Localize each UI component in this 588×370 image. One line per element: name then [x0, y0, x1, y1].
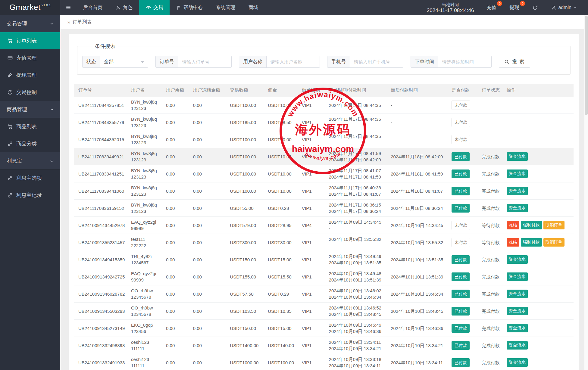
- cell-order-status: 等待付款: [479, 234, 504, 251]
- cell-amount: USDT155.00: [227, 268, 265, 285]
- cell-last-pay-time: 2024年10月16日 14:34:45: [388, 217, 449, 234]
- refresh-button[interactable]: [526, 0, 545, 15]
- scrollbar[interactable]: [584, 15, 588, 370]
- cell-balance: 0.00: [163, 234, 190, 251]
- nav-item-trade[interactable]: 交易: [139, 0, 170, 15]
- recharge-count-badge: 0: [497, 1, 502, 6]
- nav-item-system[interactable]: 系统管理: [209, 0, 242, 15]
- cell-username: BYN_kw8j8q123123: [128, 97, 163, 114]
- order-no-filter-label: 订单号: [156, 56, 178, 67]
- cell-order-no: UB2410091345503293: [74, 303, 128, 320]
- nav-item-withdraw[interactable]: 提现 0: [503, 0, 526, 15]
- sidebar-item-interest-options[interactable]: 利息宝选项: [0, 169, 60, 187]
- funds-flow-button[interactable]: 资金流水: [507, 169, 528, 178]
- sidebar-group-goods[interactable]: 商品管理: [0, 101, 60, 118]
- funds-flow-button[interactable]: 资金流水: [507, 341, 528, 350]
- chevron-down-icon: [50, 159, 54, 163]
- admin-menu[interactable]: admin: [545, 0, 584, 15]
- funds-flow-button[interactable]: 资金流水: [507, 255, 528, 264]
- cell-actions: 资金流水: [504, 268, 574, 285]
- sidebar-group-trade[interactable]: 交易管理: [0, 15, 60, 32]
- cancel-order-button[interactable]: 取消订单: [543, 221, 565, 229]
- top-navbar: Gmarket 21.0.1 后台首页 角色 交易: [0, 0, 588, 15]
- funds-flow-button[interactable]: 资金流水: [507, 324, 528, 332]
- cell-username: BYN_kw8j8q123123: [128, 148, 163, 165]
- funds-flow-button[interactable]: 资金流水: [507, 272, 528, 281]
- cell-amount: USDT55.00: [227, 200, 265, 217]
- sidebar-item-label: 利息宝选项: [16, 175, 42, 182]
- funds-flow-button[interactable]: 资金流水: [507, 152, 528, 161]
- nav-item-label: 帮助中心: [183, 5, 203, 11]
- cell-order-no: UB2410091434452978: [74, 217, 128, 234]
- cell-frozen: 0.00: [190, 200, 227, 217]
- scrollbar-thumb[interactable]: [585, 16, 588, 115]
- cell-order-time: 2024年11月17日 08:41:072024年11月17日 08:41:59: [326, 165, 388, 182]
- table-row: UB2410091332491933ceshi1231111110.000.00…: [74, 354, 574, 370]
- order-time-input[interactable]: [438, 56, 491, 67]
- withdraw-count-badge: 0: [520, 1, 525, 6]
- sidebar-item-withdraw-mgmt[interactable]: 提现管理: [0, 67, 60, 84]
- freeze-button[interactable]: 冻结: [507, 238, 519, 247]
- sidebar-item-goods-list[interactable]: 商品列表: [0, 118, 60, 135]
- cell-order-status: 完成付款: [479, 200, 504, 217]
- cell-order-status: 完成付款: [479, 303, 504, 320]
- content-area: 条件搜索 状态 全部 订单号 用户名称: [60, 29, 588, 370]
- sidebar-toggle-button[interactable]: [60, 0, 77, 15]
- cart-icon: [7, 38, 13, 44]
- sidebar-item-goods-category[interactable]: 商品分类: [0, 135, 60, 152]
- orders-card: 条件搜索 状态 全部 订单号 用户名称: [69, 34, 579, 370]
- cell-actions: 冻结强制付款取消订单: [504, 217, 574, 234]
- sidebar-item-recharge-mgmt[interactable]: 充值管理: [0, 49, 60, 67]
- nav-item-home[interactable]: 后台首页: [77, 0, 109, 15]
- cell-order-status: [479, 97, 504, 114]
- cell-commission: USDT18.50: [265, 114, 299, 131]
- force-pay-button[interactable]: 强制付款: [521, 221, 542, 229]
- table-row: UB2411170839449921BYN_kw8j8q1231230.000.…: [74, 148, 574, 165]
- cell-order-status: 完成付款: [479, 268, 504, 285]
- breadcrumb: » 订单列表: [60, 15, 588, 29]
- cell-pay-status: 已付款: [449, 337, 478, 354]
- status-select-value: 全部: [104, 59, 114, 65]
- table-row: UB2410091434452978EAQ_qyz2gi999990.000.0…: [74, 217, 574, 234]
- status-filter: 状态 全部: [82, 56, 148, 68]
- funds-flow-button[interactable]: 资金流水: [507, 307, 528, 315]
- cell-last-pay-time: 2024年11月18日 08:41:07: [388, 182, 449, 200]
- username-input[interactable]: [267, 56, 320, 67]
- search-button[interactable]: 搜 索: [499, 56, 530, 68]
- scales-icon: [146, 5, 151, 10]
- cell-commission: USDT30.00: [265, 234, 299, 251]
- cell-commission: USDT10.00: [265, 182, 299, 200]
- cell-order-time: 2024年11月17日 08:44:35-: [326, 114, 388, 131]
- force-pay-button[interactable]: 强制付款: [521, 238, 542, 247]
- order-no-input[interactable]: [178, 56, 231, 67]
- funds-flow-button[interactable]: 资金流水: [507, 204, 528, 212]
- cell-level: VIP4: [299, 217, 326, 234]
- pay-status-badge: 已付款: [452, 290, 470, 298]
- funds-flow-button[interactable]: 资金流水: [507, 358, 528, 367]
- sidebar-item-trade-control[interactable]: 交易控制: [0, 84, 60, 101]
- freeze-button[interactable]: 冻结: [507, 221, 519, 229]
- status-select[interactable]: 全部: [100, 56, 148, 67]
- pay-status-badge: 已付款: [452, 341, 470, 350]
- nav-item-roles[interactable]: 角色: [109, 0, 139, 15]
- sidebar-group-label: 交易管理: [7, 20, 27, 27]
- nav-item-help[interactable]: 帮助中心: [170, 0, 209, 15]
- funds-flow-button[interactable]: 资金流水: [507, 290, 528, 298]
- cell-actions: 资金流水: [504, 148, 574, 165]
- app-logo: Gmarket 21.0.1: [0, 0, 60, 15]
- cell-amount: USDT100.00: [227, 182, 265, 200]
- cell-amount: USDT100.00: [227, 148, 265, 165]
- cancel-order-button[interactable]: 取消订单: [543, 238, 565, 247]
- sidebar-item-order-list[interactable]: 订单列表: [0, 32, 60, 49]
- cell-level: VIP1: [299, 268, 326, 285]
- pay-status-badge: 未付款: [452, 135, 470, 144]
- phone-input[interactable]: [350, 56, 403, 67]
- sidebar-item-interest-records[interactable]: 利息宝记录: [0, 187, 60, 204]
- nav-item-mall[interactable]: 商城: [242, 0, 265, 15]
- cell-frozen: 0.00: [190, 251, 227, 268]
- nav-item-recharge[interactable]: 充值 0: [480, 0, 503, 15]
- funds-flow-button[interactable]: 资金流水: [507, 187, 528, 195]
- sidebar-group-interest[interactable]: 利息宝: [0, 152, 60, 169]
- cell-amount: USDT579.00: [227, 217, 265, 234]
- cell-order-time: 2024年10月09日 13:46:022024年10月09日 13:46:34: [326, 285, 388, 303]
